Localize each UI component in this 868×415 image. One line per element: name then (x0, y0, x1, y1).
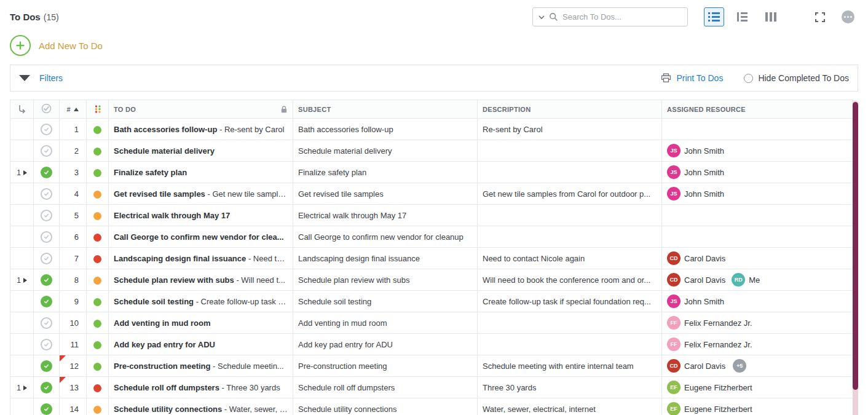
todo-title[interactable]: Add key pad entry for ADU (114, 340, 215, 349)
complete-checkbox[interactable] (41, 296, 52, 307)
complete-checkbox[interactable] (41, 274, 52, 286)
todo-title[interactable]: Schedule material delivery (114, 146, 215, 156)
priority-dot[interactable] (93, 169, 101, 177)
expand-row-icon[interactable] (23, 385, 27, 390)
search-box[interactable] (532, 7, 688, 26)
priority-column-header[interactable] (87, 100, 109, 119)
complete-checkbox[interactable] (41, 317, 52, 329)
priority-column-icon (93, 105, 102, 113)
todo-title-cell[interactable]: Bath accessories follow-up - Re-sent by … (109, 119, 293, 140)
scrollbar-thumb[interactable] (853, 102, 858, 390)
number-column-header[interactable]: # (60, 100, 87, 119)
todo-title-cell[interactable]: Schedule roll off dumpsters - Three 30 y… (109, 377, 293, 398)
todo-title[interactable]: Schedule utility connections (114, 405, 222, 414)
todo-title[interactable]: Add venting in mud room (114, 318, 210, 328)
hierarchy-cell[interactable]: 1 (10, 269, 34, 291)
todo-title[interactable]: Get revised tile samples (114, 189, 205, 199)
assigned-column-header[interactable]: ASSIGNED RESOURCE (662, 100, 853, 119)
row-number-cell: 10 (60, 312, 87, 334)
todo-row: 11Add key pad entry for ADUAdd key pad e… (10, 334, 853, 355)
todo-title[interactable]: Landscaping design final issuance (114, 254, 246, 263)
search-input[interactable] (562, 12, 682, 22)
expand-row-icon[interactable] (23, 278, 27, 283)
todo-title-cell[interactable]: Schedule utility connections - Water, se… (109, 398, 293, 415)
priority-dot[interactable] (93, 341, 101, 349)
more-options-button[interactable] (838, 7, 858, 26)
complete-checkbox[interactable] (41, 253, 52, 264)
todo-title-cell[interactable]: Schedule material delivery (109, 140, 293, 162)
complete-checkbox[interactable] (41, 360, 52, 372)
complete-checkbox[interactable] (41, 210, 52, 221)
print-todos-link[interactable]: Print To Dos (676, 73, 723, 83)
complete-checkbox[interactable] (41, 124, 52, 135)
priority-cell (87, 205, 109, 226)
todo-title[interactable]: Bath accessories follow-up (114, 125, 217, 134)
priority-dot[interactable] (93, 255, 101, 263)
priority-dot[interactable] (93, 234, 101, 242)
notification-flag-icon (60, 377, 66, 383)
assigned-resource-cell: EFEugene Fitzherbert (662, 377, 853, 398)
search-scope-chevron-icon[interactable] (539, 15, 545, 20)
todo-title-cell[interactable]: Finalize safety plan (109, 162, 293, 183)
filters-caret-icon[interactable] (19, 75, 30, 81)
todo-title-cell[interactable]: Call George to confirm new vendor for cl… (109, 226, 293, 248)
column-view-button[interactable] (760, 7, 781, 26)
priority-dot[interactable] (93, 148, 101, 156)
todo-title[interactable]: Call George to confirm new vendor for cl… (114, 232, 284, 242)
hierarchy-column-header[interactable] (10, 100, 34, 119)
todo-column-header[interactable]: TO DO (109, 100, 293, 119)
list-view-button[interactable] (704, 7, 724, 26)
complete-checkbox[interactable] (41, 188, 52, 200)
hide-completed-label: Hide Completed To Dos (758, 73, 849, 83)
filters-link[interactable]: Filters (39, 73, 63, 83)
priority-dot[interactable] (93, 191, 101, 199)
assignee: JSJohn Smith (667, 294, 724, 308)
detail-view-button[interactable] (732, 7, 752, 26)
complete-checkbox[interactable] (41, 403, 52, 415)
priority-dot[interactable] (93, 363, 101, 371)
completed-column-header[interactable] (34, 100, 60, 119)
todo-title[interactable]: Pre-construction meeting (114, 362, 210, 371)
filters-group[interactable]: Filters (19, 73, 63, 83)
hide-completed-checkbox[interactable] (744, 74, 753, 83)
todo-title[interactable]: Schedule plan review with subs (114, 275, 234, 285)
todo-title-cell[interactable]: Add venting in mud room (109, 312, 293, 334)
todo-title-suffix: - Need to ... (246, 254, 290, 263)
complete-checkbox[interactable] (41, 339, 52, 350)
todo-title[interactable]: Electrical walk through May 17 (114, 211, 230, 220)
add-new-todo-button[interactable]: Add New To Do (10, 35, 103, 56)
extra-assignees-badge[interactable]: +5 (733, 359, 746, 373)
todo-title-cell[interactable]: Landscaping design final issuance - Need… (109, 248, 293, 269)
hierarchy-cell (10, 119, 34, 140)
priority-dot[interactable] (93, 126, 101, 134)
priority-dot[interactable] (93, 406, 101, 414)
expand-row-icon[interactable] (23, 170, 27, 175)
hierarchy-cell[interactable]: 1 (10, 377, 34, 398)
priority-dot[interactable] (93, 298, 101, 306)
description-column-header[interactable]: DESCRIPTION (478, 100, 662, 119)
complete-checkbox[interactable] (41, 382, 52, 393)
hierarchy-cell[interactable]: 1 (10, 162, 34, 183)
todo-title-cell[interactable]: Pre-construction meeting - Schedule meet… (109, 355, 293, 377)
priority-dot[interactable] (93, 320, 101, 328)
priority-dot[interactable] (93, 277, 101, 285)
todo-title[interactable]: Finalize safety plan (114, 168, 187, 177)
assigned-resource-cell: CDCarol Davis (662, 248, 853, 269)
sort-ascending-icon[interactable] (74, 108, 79, 111)
subject-column-header[interactable]: SUBJECT (293, 100, 478, 119)
child-count: 1 (17, 168, 21, 177)
todo-title[interactable]: Schedule roll off dumpsters (114, 383, 219, 392)
complete-checkbox[interactable] (41, 231, 52, 243)
todo-title-cell[interactable]: Schedule plan review with subs - Will ne… (109, 269, 293, 291)
todo-title[interactable]: Schedule soil testing (114, 297, 194, 306)
todo-title-cell[interactable]: Electrical walk through May 17 (109, 205, 293, 226)
priority-dot[interactable] (93, 384, 101, 392)
priority-dot[interactable] (93, 212, 101, 220)
vertical-scrollbar[interactable] (853, 101, 858, 415)
todo-title-cell[interactable]: Schedule soil testing - Create follow-up… (109, 291, 293, 312)
todo-title-cell[interactable]: Get revised tile samples - Get new tile … (109, 183, 293, 205)
complete-checkbox[interactable] (41, 167, 52, 178)
todo-title-cell[interactable]: Add key pad entry for ADU (109, 334, 293, 355)
fullscreen-button[interactable] (810, 7, 830, 26)
complete-checkbox[interactable] (41, 145, 52, 157)
